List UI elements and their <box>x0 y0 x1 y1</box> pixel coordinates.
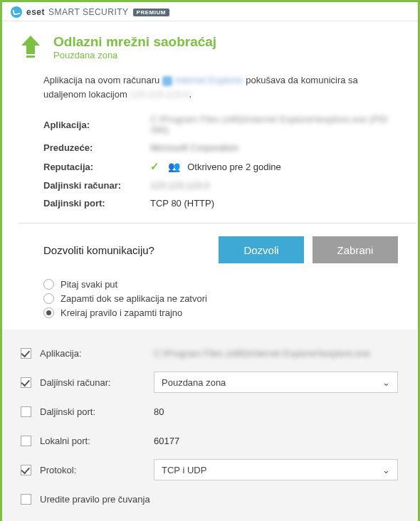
rule-label-remote-port: Daljinski port: <box>40 406 154 417</box>
rule-row-remote: Daljinski računar: Pouzdana zona ⌄ <box>21 372 398 393</box>
rule-row-local-port: Lokalni port: 60177 <box>21 430 398 451</box>
select-remote-zone[interactable]: Pouzdana zona ⌄ <box>154 372 398 393</box>
rule-row-application: Aplikacija: C:\Program Files (x86)\Inter… <box>21 342 398 364</box>
value-remote-port: TCP 80 (HTTP) <box>150 198 214 209</box>
rule-label-local-port: Lokalni port: <box>40 436 154 446</box>
row-remote-port: Daljinski port: TCP 80 (HTTP) <box>43 198 398 209</box>
checkbox-local-port[interactable] <box>21 436 31 446</box>
row-reputation: Reputacija: ✓ 👥 Otkriveno pre 2 godine <box>43 160 398 173</box>
value-reputation: ✓ 👥 Otkriveno pre 2 godine <box>150 160 281 173</box>
radio-group: Pitaj svaki put Zapamti dok se aplikacij… <box>43 279 398 318</box>
brand-badge: PREMIUM <box>133 9 169 16</box>
intro-text: Aplikacija na ovom računaru Internet Exp… <box>43 73 398 101</box>
checkmark-icon: ✓ <box>150 160 159 172</box>
select-protocol-text: TCP i UDP <box>162 465 206 475</box>
title-bar: eset SMART SECURITY PREMIUM <box>2 2 418 21</box>
radio-label-create: Kreiraj pravilo i zapamti trajno <box>61 307 182 318</box>
outbound-arrow-icon <box>18 34 43 60</box>
radio-ask-every-time[interactable]: Pitaj svaki put <box>43 279 398 290</box>
rule-value-remote-port: 80 <box>154 406 398 417</box>
radio-create-rule[interactable]: Kreiraj pravilo i zapamti trajno <box>43 307 398 318</box>
label-application: Aplikacija: <box>43 120 150 130</box>
label-company: Preduzeće: <box>43 142 150 153</box>
rule-value-local-port: 60177 <box>154 436 398 446</box>
eset-logo-icon <box>11 6 22 18</box>
rule-label-protocol: Protokol: <box>40 465 154 475</box>
eset-logo: eset SMART SECURITY PREMIUM <box>11 6 169 18</box>
app-mini-icon <box>162 76 172 86</box>
radio-icon <box>43 279 54 290</box>
question-text: Dozvoliti komunikaciju? <box>43 244 154 256</box>
checkbox-remote-port[interactable] <box>21 406 31 417</box>
select-protocol[interactable]: TCP i UDP ⌄ <box>154 459 398 480</box>
row-application: Aplikacija: C:\Program Files (x86)\Inter… <box>43 114 398 135</box>
radio-icon <box>43 293 54 304</box>
action-buttons: Dozvoli Zabrani <box>219 236 398 263</box>
header-subtitle: Pouzdana zona <box>53 50 216 60</box>
radio-icon <box>43 307 54 318</box>
dialog-frame: eset SMART SECURITY PREMIUM Odlazni mrež… <box>0 0 420 521</box>
chevron-down-icon: ⌄ <box>382 377 390 388</box>
value-application: C:\Program Files (x86)\Internet Explorer… <box>150 114 398 135</box>
header: Odlazni mrežni saobraćaj Pouzdana zona <box>2 21 418 68</box>
rule-row-edit-before-save: Uredite pravilo pre čuvanja <box>21 488 398 510</box>
radio-dot-icon <box>46 310 51 315</box>
value-company: Microsoft Corporation <box>150 142 238 153</box>
radio-remember-until-close[interactable]: Zapamti dok se aplikacija ne zatvori <box>43 293 398 304</box>
select-remote-text: Pouzdana zona <box>162 377 226 388</box>
svg-rect-0 <box>26 56 35 58</box>
brand-product: SMART SECURITY <box>48 7 129 17</box>
intro-part1: Aplikacija na ovom računaru <box>43 75 159 85</box>
checkbox-protocol[interactable] <box>21 465 31 475</box>
rule-row-protocol: Protokol: TCP i UDP ⌄ <box>21 459 398 480</box>
rule-row-remote-port: Daljinski port: 80 <box>21 401 398 422</box>
brand-eset: eset <box>26 7 45 17</box>
rule-label-edit: Uredite pravilo pre čuvanja <box>40 494 150 505</box>
row-remote: Daljinski računar: 123.123.123.0 <box>43 180 398 191</box>
intro-app-blur: Internet Explorer <box>175 75 243 85</box>
body: Aplikacija na ovom računaru Internet Exp… <box>2 68 418 330</box>
rule-panel: Aplikacija: C:\Program Files (x86)\Inter… <box>2 330 418 521</box>
chevron-down-icon: ⌄ <box>382 465 390 475</box>
row-company: Preduzeće: Microsoft Corporation <box>43 142 398 153</box>
value-remote: 123.123.123.0 <box>150 180 209 191</box>
checkbox-edit-rule[interactable] <box>21 494 31 505</box>
rule-label-application: Aplikacija: <box>40 348 154 359</box>
deny-button[interactable]: Zabrani <box>313 236 398 263</box>
radio-label-ask: Pitaj svaki put <box>61 279 117 290</box>
radio-label-remember: Zapamti dok se aplikacija ne zatvori <box>61 293 207 304</box>
divider <box>18 223 416 223</box>
question-row: Dozvoliti komunikaciju? Dozvoli Zabrani <box>43 236 398 263</box>
reputation-text: Otkriveno pre 2 godine <box>187 162 281 172</box>
label-remote-port: Daljinski port: <box>43 198 150 209</box>
rule-value-application: C:\Program Files (x86)\Internet Explorer… <box>154 348 398 359</box>
label-remote: Daljinski računar: <box>43 180 150 191</box>
people-icon: 👥 <box>168 161 180 172</box>
checkbox-remote[interactable] <box>21 377 31 388</box>
rule-label-remote: Daljinski računar: <box>40 377 154 388</box>
intro-loc-blur: 123.123.123.0 <box>130 89 189 100</box>
label-reputation: Reputacija: <box>43 162 150 172</box>
checkbox-application[interactable] <box>21 348 31 359</box>
allow-button[interactable]: Dozvoli <box>219 236 304 263</box>
header-title: Odlazni mrežni saobraćaj <box>53 34 216 50</box>
